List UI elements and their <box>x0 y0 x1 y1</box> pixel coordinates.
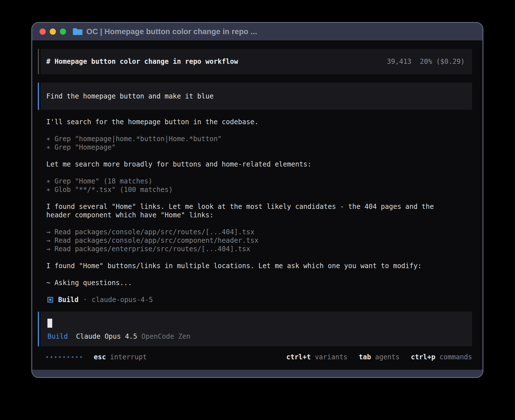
folder-icon <box>73 28 82 35</box>
minimize-button[interactable] <box>50 29 56 35</box>
tool-call-glob: ∗ Glob "**/*.tsx" (100 matches) <box>46 185 450 194</box>
window-titlebar: OC | Homepage button color change in rep… <box>32 23 483 40</box>
text-cursor[interactable] <box>47 319 52 328</box>
session-title: # Homepage button color change in repo w… <box>46 58 238 65</box>
hint-variants-key: ctrl+t <box>286 353 311 361</box>
assistant-text: Let me search more broadly for buttons a… <box>46 160 450 169</box>
hint-variants-label: variants <box>315 353 348 361</box>
agent-name: Build <box>58 296 78 304</box>
hint-agents-label: agents <box>375 353 400 361</box>
window-title: OC | Homepage button color change in rep… <box>86 27 257 36</box>
hint-interrupt-label: interrupt <box>110 353 147 361</box>
tool-call-read: → Read packages/console/app/src/routes/[… <box>46 228 450 236</box>
hint-agents: tab agents <box>359 353 400 361</box>
hint-interrupt: esc interrupt <box>94 353 147 361</box>
agent-model: claude-opus-4-5 <box>92 296 153 304</box>
agent-separator: · <box>83 296 87 304</box>
statusbar: esc interrupt ctrl+t variants tab agents… <box>38 353 472 361</box>
mode-label: Build <box>47 333 68 340</box>
build-agent-icon <box>47 297 53 303</box>
tool-call-grep: ∗ Grep "Home" (18 matches) <box>46 177 450 185</box>
hint-interrupt-key: esc <box>94 353 106 361</box>
assistant-text: I found "Home" buttons/links in multiple… <box>46 262 450 270</box>
terminal-window: OC | Homepage button color change in rep… <box>31 22 483 378</box>
provider-name: OpenCode Zen <box>141 333 190 340</box>
assistant-text: I'll search for the homepage button in t… <box>46 118 450 126</box>
hint-agents-key: tab <box>359 353 371 361</box>
session-stats: 39,413 20% ($0.29) <box>387 58 465 65</box>
assistant-text: I found several "Home" links. Let me loo… <box>46 202 450 219</box>
user-message-border <box>38 83 39 110</box>
window-bottombar <box>32 370 483 377</box>
session-header: # Homepage button color change in repo w… <box>38 49 472 74</box>
agent-status-line: Build · claude-opus-4-5 <box>47 296 472 304</box>
hint-commands-label: commands <box>439 353 472 361</box>
hint-commands-key: ctrl+p <box>411 353 435 361</box>
assistant-output: I'll search for the homepage button in t… <box>46 118 472 287</box>
user-message-text: Find the homepage button and make it blu… <box>46 92 213 100</box>
session-header-border <box>38 49 39 74</box>
context-cost: 20% ($0.29) <box>420 58 465 65</box>
zoom-button[interactable] <box>60 29 66 35</box>
token-count: 39,413 <box>387 58 411 65</box>
tool-call-read: → Read packages/enterprise/src/routes/[.… <box>46 245 450 253</box>
model-selector: Build Claude Opus 4.5 OpenCode Zen <box>47 333 466 340</box>
hint-variants: ctrl+t variants <box>286 353 348 361</box>
prompt-input[interactable]: Build Claude Opus 4.5 OpenCode Zen <box>38 312 472 346</box>
model-name: Claude Opus 4.5 <box>76 333 137 340</box>
assistant-status: ~ Asking questions... <box>46 279 450 287</box>
traffic-lights <box>40 29 66 35</box>
tool-call-grep: ∗ Grep "homepage|home.*button|Home.*butt… <box>46 135 450 143</box>
hint-commands: ctrl+p commands <box>411 353 472 361</box>
tool-call-grep: ∗ Grep "Homepage" <box>46 143 450 152</box>
tool-call-read: → Read packages/console/app/src/componen… <box>46 236 450 245</box>
activity-dots <box>46 356 82 358</box>
terminal-content: # Homepage button color change in repo w… <box>32 40 483 370</box>
close-button[interactable] <box>40 29 46 35</box>
prompt-input-border <box>38 312 39 346</box>
user-message: Find the homepage button and make it blu… <box>38 83 472 110</box>
